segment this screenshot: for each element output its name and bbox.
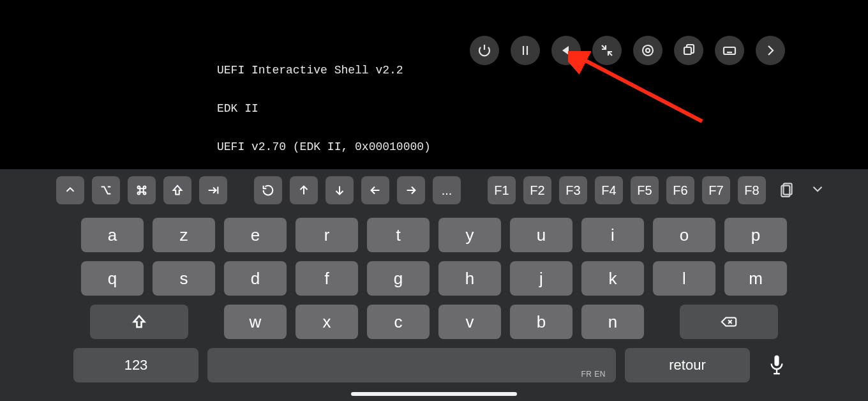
key-o[interactable]: o (653, 218, 715, 252)
soft-keyboard: a z e r t y u i o p q s d f g h j k l m … (0, 211, 868, 391)
key-t[interactable]: t (367, 218, 430, 252)
shift-key[interactable] (90, 305, 188, 339)
svg-marker-0 (562, 46, 569, 55)
f8-key[interactable]: F8 (738, 176, 766, 204)
option-key[interactable] (92, 176, 120, 204)
key-j[interactable]: j (510, 261, 572, 296)
collapse-button[interactable] (592, 36, 622, 65)
kb-row-4: 123 FR EN retour (77, 348, 791, 382)
key-n[interactable]: n (581, 305, 644, 339)
svg-rect-4 (724, 47, 735, 54)
key-z[interactable]: z (153, 218, 215, 252)
shift-mod-key[interactable] (163, 176, 191, 204)
disc-button[interactable] (633, 36, 662, 65)
f4-key[interactable]: F4 (595, 176, 623, 204)
key-r[interactable]: r (296, 218, 358, 252)
term-line: UEFI Interactive Shell v2.2 (217, 64, 748, 77)
f2-key[interactable]: F2 (523, 176, 551, 204)
back-button[interactable] (551, 36, 581, 65)
key-s[interactable]: s (153, 261, 215, 296)
command-key[interactable] (128, 176, 156, 204)
key-l[interactable]: l (653, 261, 715, 296)
vm-toolbar (470, 36, 785, 65)
key-e[interactable]: e (224, 218, 287, 252)
tab-key[interactable] (199, 176, 227, 204)
svg-rect-8 (774, 355, 779, 366)
key-c[interactable]: c (367, 305, 430, 339)
arrow-left-key[interactable] (361, 176, 389, 204)
key-i[interactable]: i (581, 218, 644, 252)
arrow-right-key[interactable] (397, 176, 425, 204)
collapse-keyboard-icon[interactable] (809, 181, 826, 200)
dictation-key[interactable] (759, 348, 795, 382)
key-h[interactable]: h (438, 261, 501, 296)
term-line: EDK II (217, 102, 748, 115)
key-x[interactable]: x (296, 305, 358, 339)
svg-rect-3 (684, 47, 691, 54)
clipboard-icon[interactable] (779, 181, 795, 200)
pause-button[interactable] (511, 36, 540, 65)
key-g[interactable]: g (367, 261, 430, 296)
arrow-down-key[interactable] (326, 176, 354, 204)
ctrl-key[interactable] (56, 176, 84, 204)
windows-button[interactable] (674, 36, 703, 65)
svg-point-1 (643, 45, 653, 56)
key-v[interactable]: v (438, 305, 501, 339)
kb-row-1: a z e r t y u i o p (77, 218, 791, 252)
home-indicator (351, 392, 517, 396)
key-m[interactable]: m (724, 261, 787, 296)
f5-key[interactable]: F5 (631, 176, 659, 204)
key-q[interactable]: q (81, 261, 144, 296)
fn-key-strip: ... F1 F2 F3 F4 F5 F6 F7 F8 (0, 169, 868, 211)
forward-button[interactable] (756, 36, 785, 65)
kb-row-2: q s d f g h j k l m (77, 261, 791, 296)
term-line: UEFI v2.70 (EDK II, 0x00010000) (217, 140, 748, 153)
key-p[interactable]: p (724, 218, 787, 252)
key-w[interactable]: w (224, 305, 287, 339)
spacebar-key[interactable]: FR EN (207, 348, 616, 382)
key-u[interactable]: u (510, 218, 572, 252)
reload-key[interactable] (254, 176, 282, 204)
f1-key[interactable]: F1 (488, 176, 516, 204)
key-y[interactable]: y (438, 218, 501, 252)
f7-key[interactable]: F7 (702, 176, 730, 204)
backspace-key[interactable] (680, 305, 778, 339)
space-lang-hint: FR EN (581, 370, 606, 379)
f6-key[interactable]: F6 (666, 176, 694, 204)
svg-point-2 (646, 49, 650, 52)
f3-key[interactable]: F3 (559, 176, 587, 204)
power-button[interactable] (470, 36, 499, 65)
more-key[interactable]: ... (433, 176, 461, 204)
keyboard-button[interactable] (715, 36, 744, 65)
key-d[interactable]: d (224, 261, 287, 296)
key-k[interactable]: k (581, 261, 644, 296)
terminal-area: UEFI Interactive Shell v2.2 EDK II UEFI … (0, 0, 868, 169)
symbols-key[interactable]: 123 (73, 348, 198, 382)
key-f[interactable]: f (296, 261, 358, 296)
arrow-up-key[interactable] (290, 176, 318, 204)
key-a[interactable]: a (81, 218, 144, 252)
key-b[interactable]: b (510, 305, 572, 339)
return-key[interactable]: retour (625, 348, 750, 382)
kb-row-3: w x c v b n (77, 305, 791, 339)
